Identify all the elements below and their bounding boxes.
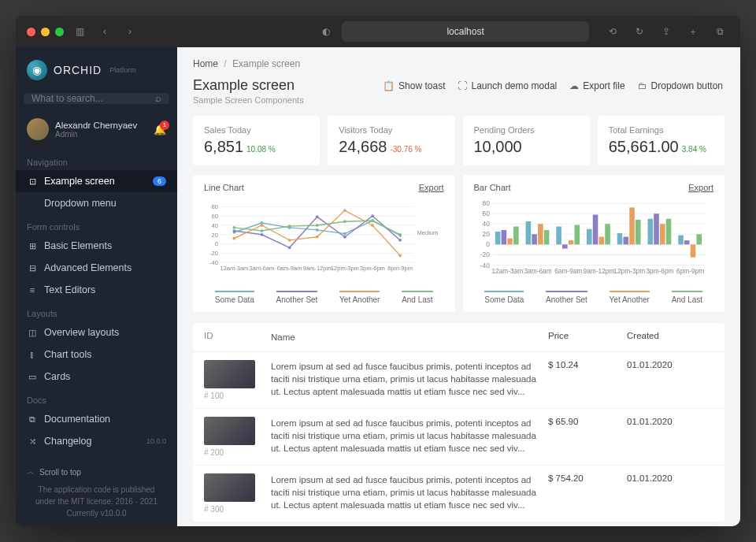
show-toast-button[interactable]: 📋Show toast	[381, 77, 447, 95]
launch-modal-button[interactable]: ⛶Launch demo modal	[456, 77, 558, 95]
forward-icon[interactable]: ›	[120, 22, 139, 41]
bar-chart: 806040200-20-4012am-3am3am-6am6am-9am9am…	[474, 197, 714, 280]
translate-icon[interactable]: ⟲	[603, 22, 622, 41]
search-input[interactable]	[32, 93, 155, 104]
svg-rect-72	[501, 230, 506, 244]
svg-rect-74	[513, 227, 519, 245]
legend-item: Yet Another	[339, 291, 380, 304]
svg-rect-93	[659, 224, 665, 244]
sidebar-item-cards[interactable]: ▭Cards	[16, 366, 177, 388]
nav-label: Example screen	[44, 176, 115, 187]
svg-point-31	[316, 215, 319, 218]
stat-value: 65,661.003.84 %	[609, 138, 713, 156]
nav-icon: ▭	[27, 372, 38, 382]
notifications-button[interactable]: 🔔 1	[154, 124, 166, 136]
svg-point-38	[316, 236, 319, 239]
new-tab-icon[interactable]: ＋	[684, 22, 702, 41]
chart-legend: Some DataAnother SetYet AnotherAnd Last	[474, 286, 714, 304]
stat-value: 6,85110.08 %	[204, 138, 309, 156]
breadcrumb: Home / Example screen	[177, 47, 740, 69]
nav-label: Documentation	[44, 414, 110, 425]
notification-badge: 1	[160, 121, 169, 130]
brand-name: ORCHID	[54, 64, 102, 76]
sidebar-toggle-icon[interactable]: ▥	[70, 22, 89, 41]
stat-card: Pending Orders 10,000	[463, 116, 590, 165]
svg-point-34	[398, 239, 402, 242]
table-row[interactable]: # 300 Lorem ipsum at sed ad fusce faucib…	[193, 466, 724, 522]
svg-point-46	[343, 220, 346, 223]
sidebar-item-advanced-elements[interactable]: ⊟Advanced Elements	[16, 257, 177, 279]
line-chart-card: Line Chart Export 806040200-20-4012am-3a…	[193, 175, 455, 312]
svg-rect-88	[623, 237, 628, 245]
nav-icon: ≡	[27, 285, 38, 295]
tabs-icon[interactable]: ⧉	[710, 22, 729, 41]
breadcrumb-root[interactable]: Home	[193, 58, 218, 69]
clipboard-icon: 📋	[383, 80, 395, 91]
sidebar-item-example-screen[interactable]: ⊡Example screen6	[16, 170, 177, 192]
shield-icon[interactable]: ◐	[317, 22, 335, 41]
svg-text:80: 80	[212, 203, 218, 210]
user-block[interactable]: Alexandr Chernyaev Admin 🔔 1	[16, 109, 177, 150]
sidebar-item-dropdown-menu[interactable]: Dropdown menu	[16, 192, 177, 214]
svg-rect-83	[587, 229, 592, 245]
export-file-button[interactable]: ☁Export file	[568, 77, 626, 95]
svg-rect-95	[678, 236, 684, 245]
legend-item: Some Data	[215, 291, 254, 304]
nav-icon: ⊞	[27, 241, 38, 251]
line-chart: 806040200-20-4012am-3am3am-6am6am-9am9am…	[204, 197, 444, 280]
close-window-icon[interactable]	[27, 28, 35, 36]
sidebar-item-chart-tools[interactable]: ⫿Chart tools	[16, 343, 177, 366]
sidebar-item-documentation[interactable]: ⧉Documentation	[16, 408, 177, 430]
svg-text:0: 0	[215, 240, 218, 247]
minimize-window-icon[interactable]	[41, 28, 50, 36]
legend-item: And Last	[402, 291, 432, 304]
sidebar-item-overview-layouts[interactable]: ◫Overview layouts	[16, 321, 177, 343]
svg-rect-79	[556, 227, 561, 245]
scroll-to-top-button[interactable]: ︿ Scroll to top	[27, 460, 166, 484]
export-link[interactable]: Export	[419, 183, 444, 192]
svg-text:-40: -40	[209, 259, 218, 266]
svg-rect-86	[605, 224, 610, 244]
svg-text:20: 20	[482, 230, 490, 238]
svg-text:6am-9am: 6am-9am	[277, 265, 302, 272]
svg-point-43	[261, 229, 264, 232]
sidebar-item-basic-elements[interactable]: ⊞Basic Elements	[16, 235, 177, 257]
table-row[interactable]: # 100 Lorem ipsum at sed ad fusce faucib…	[193, 352, 724, 409]
sidebar-item-text-editors[interactable]: ≡Text Editors	[16, 279, 177, 301]
svg-text:12pm-3pm: 12pm-3pm	[331, 265, 359, 272]
svg-text:12pm-3pm: 12pm-3pm	[613, 267, 645, 275]
svg-text:9am-12pm: 9am-12pm	[583, 267, 614, 275]
share-icon[interactable]: ⇪	[657, 22, 676, 41]
row-id: # 300	[204, 505, 271, 514]
maximize-window-icon[interactable]	[55, 28, 64, 36]
stat-cards: Sales Today 6,85110.08 %Visitors Today 2…	[177, 116, 740, 165]
svg-text:-40: -40	[480, 262, 489, 269]
back-icon[interactable]: ‹	[95, 22, 114, 41]
svg-text:9am-12pm: 9am-12pm	[303, 265, 332, 272]
nav-icon: ⊟	[27, 263, 38, 273]
url-bar[interactable]: localhost	[342, 21, 589, 42]
section-title: Form controls	[16, 214, 177, 235]
dropdown-button[interactable]: 🗀Dropdown button	[636, 77, 724, 95]
table-header: ID Name Price Created	[193, 323, 724, 352]
svg-rect-82	[574, 225, 580, 245]
search-box[interactable]: ⌕	[24, 93, 169, 104]
refresh-icon[interactable]: ↻	[630, 22, 649, 41]
row-name: Lorem ipsum at sed ad fusce faucibus pri…	[271, 417, 548, 455]
svg-rect-78	[543, 230, 549, 244]
nav-label: Dropdown menu	[44, 198, 117, 209]
export-link[interactable]: Export	[688, 183, 713, 192]
table-row[interactable]: # 200 Lorem ipsum at sed ad fusce faucib…	[193, 409, 724, 466]
row-thumbnail	[204, 417, 255, 445]
svg-text:6pm-9pm: 6pm-9pm	[676, 267, 704, 275]
sidebar-item-changelog[interactable]: ⤮Changelog10.0.0	[16, 430, 177, 452]
svg-rect-85	[598, 237, 604, 245]
stat-card: Total Earnings 65,661.003.84 %	[598, 116, 724, 165]
svg-point-32	[343, 236, 346, 239]
svg-rect-89	[629, 207, 635, 244]
svg-rect-94	[665, 219, 671, 245]
brand[interactable]: ◉ ORCHID Platform	[16, 47, 177, 88]
svg-text:3pm-6pm: 3pm-6pm	[360, 265, 385, 272]
svg-text:12am-3am: 12am-3am	[220, 265, 248, 272]
svg-rect-76	[532, 234, 537, 244]
